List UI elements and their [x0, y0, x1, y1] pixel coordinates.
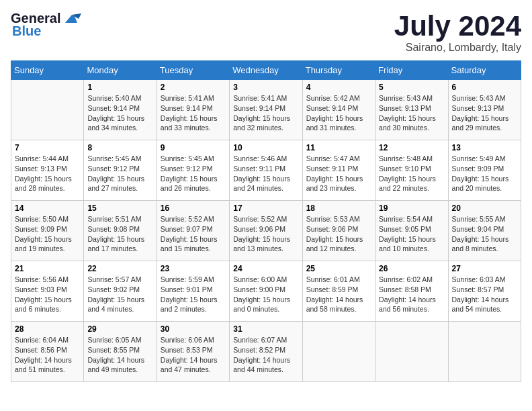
- day-number: 29: [87, 324, 152, 334]
- title-block: July 2024 Sairano, Lombardy, Italy: [394, 11, 521, 54]
- logo-bird-icon: [62, 12, 81, 26]
- calendar-cell: 8Sunrise: 5:45 AM Sunset: 9:12 PM Daylig…: [84, 140, 157, 201]
- day-number: 6: [452, 83, 517, 92]
- day-number: 17: [233, 203, 298, 213]
- day-info: Sunrise: 5:59 AM Sunset: 9:01 PM Dayligh…: [161, 275, 226, 314]
- page-header: General Blue July 2024 Sairano, Lombardy…: [11, 11, 521, 54]
- day-number: 27: [452, 264, 517, 273]
- day-info: Sunrise: 5:43 AM Sunset: 9:13 PM Dayligh…: [452, 93, 517, 133]
- day-number: 30: [161, 324, 226, 334]
- calendar-week-row: 1Sunrise: 5:40 AM Sunset: 9:14 PM Daylig…: [11, 80, 521, 140]
- calendar-table: SundayMondayTuesdayWednesdayThursdayFrid…: [11, 60, 521, 382]
- calendar-cell: 17Sunrise: 5:52 AM Sunset: 9:06 PM Dayli…: [230, 201, 302, 261]
- location: Sairano, Lombardy, Italy: [394, 42, 521, 54]
- calendar-cell: 31Sunrise: 6:07 AM Sunset: 8:52 PM Dayli…: [230, 322, 302, 382]
- day-number: 11: [306, 143, 371, 152]
- month-title: July 2024: [394, 11, 521, 42]
- day-number: 12: [379, 143, 444, 152]
- calendar-cell: 11Sunrise: 5:47 AM Sunset: 9:11 PM Dayli…: [302, 140, 375, 201]
- logo-blue: Blue: [12, 24, 41, 39]
- calendar-cell: 20Sunrise: 5:55 AM Sunset: 9:04 PM Dayli…: [448, 201, 521, 261]
- day-number: 1: [87, 83, 152, 92]
- calendar-cell: 1Sunrise: 5:40 AM Sunset: 9:14 PM Daylig…: [84, 80, 157, 140]
- calendar-cell: [375, 322, 448, 382]
- day-number: 7: [15, 143, 80, 152]
- day-info: Sunrise: 5:50 AM Sunset: 9:09 PM Dayligh…: [15, 214, 80, 254]
- calendar-cell: 21Sunrise: 5:56 AM Sunset: 9:03 PM Dayli…: [11, 261, 84, 322]
- calendar-cell: 30Sunrise: 6:06 AM Sunset: 8:53 PM Dayli…: [157, 322, 229, 382]
- calendar-cell: 16Sunrise: 5:52 AM Sunset: 9:07 PM Dayli…: [157, 201, 229, 261]
- day-info: Sunrise: 5:40 AM Sunset: 9:14 PM Dayligh…: [87, 93, 152, 133]
- day-number: 15: [87, 203, 152, 213]
- day-info: Sunrise: 6:07 AM Sunset: 8:52 PM Dayligh…: [233, 335, 298, 375]
- day-number: 14: [15, 203, 80, 213]
- day-info: Sunrise: 5:52 AM Sunset: 9:07 PM Dayligh…: [161, 214, 226, 254]
- logo: General Blue: [11, 11, 81, 39]
- weekday-header: Saturday: [448, 61, 521, 80]
- day-number: 2: [161, 83, 226, 92]
- day-info: Sunrise: 5:55 AM Sunset: 9:04 PM Dayligh…: [452, 214, 517, 254]
- calendar-cell: 9Sunrise: 5:45 AM Sunset: 9:12 PM Daylig…: [157, 140, 229, 201]
- calendar-cell: 19Sunrise: 5:54 AM Sunset: 9:05 PM Dayli…: [375, 201, 448, 261]
- day-info: Sunrise: 6:03 AM Sunset: 8:57 PM Dayligh…: [452, 275, 517, 314]
- calendar-week-row: 14Sunrise: 5:50 AM Sunset: 9:09 PM Dayli…: [11, 201, 521, 261]
- calendar-cell: 12Sunrise: 5:48 AM Sunset: 9:10 PM Dayli…: [375, 140, 448, 201]
- calendar-cell: 7Sunrise: 5:44 AM Sunset: 9:13 PM Daylig…: [11, 140, 84, 201]
- day-info: Sunrise: 5:41 AM Sunset: 9:14 PM Dayligh…: [233, 93, 298, 133]
- calendar-cell: 13Sunrise: 5:49 AM Sunset: 9:09 PM Dayli…: [448, 140, 521, 201]
- calendar-cell: 6Sunrise: 5:43 AM Sunset: 9:13 PM Daylig…: [448, 80, 521, 140]
- calendar-week-row: 7Sunrise: 5:44 AM Sunset: 9:13 PM Daylig…: [11, 140, 521, 201]
- day-info: Sunrise: 5:57 AM Sunset: 9:02 PM Dayligh…: [87, 275, 152, 314]
- calendar-cell: 29Sunrise: 6:05 AM Sunset: 8:55 PM Dayli…: [84, 322, 157, 382]
- day-number: 22: [87, 264, 152, 273]
- day-number: 5: [379, 83, 444, 92]
- calendar-cell: 26Sunrise: 6:02 AM Sunset: 8:58 PM Dayli…: [375, 261, 448, 322]
- day-info: Sunrise: 6:06 AM Sunset: 8:53 PM Dayligh…: [161, 335, 226, 375]
- weekday-header: Sunday: [11, 61, 84, 80]
- calendar-cell: 10Sunrise: 5:46 AM Sunset: 9:11 PM Dayli…: [230, 140, 302, 201]
- calendar-cell: 24Sunrise: 6:00 AM Sunset: 9:00 PM Dayli…: [230, 261, 302, 322]
- day-number: 23: [161, 264, 226, 273]
- calendar-cell: 15Sunrise: 5:51 AM Sunset: 9:08 PM Dayli…: [84, 201, 157, 261]
- day-info: Sunrise: 5:43 AM Sunset: 9:13 PM Dayligh…: [379, 93, 444, 133]
- day-number: 3: [233, 83, 298, 92]
- day-info: Sunrise: 5:48 AM Sunset: 9:10 PM Dayligh…: [379, 154, 444, 193]
- weekday-header: Tuesday: [157, 61, 229, 80]
- day-info: Sunrise: 5:56 AM Sunset: 9:03 PM Dayligh…: [15, 275, 80, 314]
- day-number: 19: [379, 203, 444, 213]
- day-info: Sunrise: 5:41 AM Sunset: 9:14 PM Dayligh…: [161, 93, 226, 133]
- day-number: 24: [233, 264, 298, 273]
- day-info: Sunrise: 5:44 AM Sunset: 9:13 PM Dayligh…: [15, 154, 80, 193]
- day-info: Sunrise: 6:02 AM Sunset: 8:58 PM Dayligh…: [379, 275, 444, 314]
- day-number: 31: [233, 324, 298, 334]
- weekday-header: Monday: [84, 61, 157, 80]
- calendar-cell: 23Sunrise: 5:59 AM Sunset: 9:01 PM Dayli…: [157, 261, 229, 322]
- day-info: Sunrise: 6:05 AM Sunset: 8:55 PM Dayligh…: [87, 335, 152, 375]
- day-number: 9: [161, 143, 226, 152]
- day-info: Sunrise: 5:49 AM Sunset: 9:09 PM Dayligh…: [452, 154, 517, 193]
- weekday-header: Thursday: [302, 61, 375, 80]
- calendar-cell: 4Sunrise: 5:42 AM Sunset: 9:14 PM Daylig…: [302, 80, 375, 140]
- day-info: Sunrise: 5:53 AM Sunset: 9:06 PM Dayligh…: [306, 214, 371, 254]
- calendar-cell: 22Sunrise: 5:57 AM Sunset: 9:02 PM Dayli…: [84, 261, 157, 322]
- calendar-cell: 14Sunrise: 5:50 AM Sunset: 9:09 PM Dayli…: [11, 201, 84, 261]
- day-number: 18: [306, 203, 371, 213]
- day-info: Sunrise: 6:00 AM Sunset: 9:00 PM Dayligh…: [233, 275, 298, 314]
- day-number: 28: [15, 324, 80, 334]
- calendar-cell: 18Sunrise: 5:53 AM Sunset: 9:06 PM Dayli…: [302, 201, 375, 261]
- day-number: 21: [15, 264, 80, 273]
- day-info: Sunrise: 5:54 AM Sunset: 9:05 PM Dayligh…: [379, 214, 444, 254]
- day-info: Sunrise: 5:45 AM Sunset: 9:12 PM Dayligh…: [161, 154, 226, 193]
- day-number: 13: [452, 143, 517, 152]
- day-info: Sunrise: 6:01 AM Sunset: 8:59 PM Dayligh…: [306, 275, 371, 314]
- calendar-week-row: 21Sunrise: 5:56 AM Sunset: 9:03 PM Dayli…: [11, 261, 521, 322]
- calendar-cell: 3Sunrise: 5:41 AM Sunset: 9:14 PM Daylig…: [230, 80, 302, 140]
- calendar-cell: 28Sunrise: 6:04 AM Sunset: 8:56 PM Dayli…: [11, 322, 84, 382]
- calendar-week-row: 28Sunrise: 6:04 AM Sunset: 8:56 PM Dayli…: [11, 322, 521, 382]
- calendar-cell: 5Sunrise: 5:43 AM Sunset: 9:13 PM Daylig…: [375, 80, 448, 140]
- day-info: Sunrise: 5:47 AM Sunset: 9:11 PM Dayligh…: [306, 154, 371, 193]
- weekday-header: Friday: [375, 61, 448, 80]
- calendar-cell: 2Sunrise: 5:41 AM Sunset: 9:14 PM Daylig…: [157, 80, 229, 140]
- day-number: 10: [233, 143, 298, 152]
- day-info: Sunrise: 6:04 AM Sunset: 8:56 PM Dayligh…: [15, 335, 80, 375]
